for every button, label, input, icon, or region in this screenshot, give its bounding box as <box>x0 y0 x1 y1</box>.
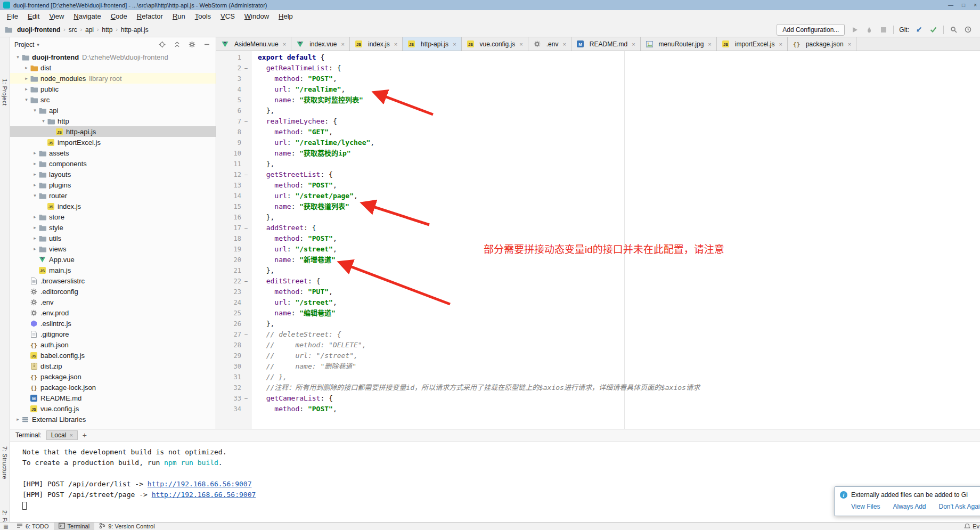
notification-action-always-add[interactable]: Always Add <box>893 503 926 510</box>
menu-run[interactable]: Run <box>168 12 190 20</box>
breadcrumb-src[interactable]: src <box>69 26 77 34</box>
code-line[interactable]: method: "POST", <box>258 180 980 191</box>
code-line[interactable]: name: "编辑巷道" <box>258 308 980 319</box>
tree-item-layouts[interactable]: ▸layouts <box>10 169 216 180</box>
code-line[interactable]: // method: "DELETE", <box>258 340 980 350</box>
maximize-button[interactable]: □ <box>962 2 965 8</box>
code-line[interactable]: method: "POST", <box>258 404 980 414</box>
code-line[interactable]: url: "/realTime", <box>258 84 980 95</box>
tab-close-icon[interactable]: × <box>779 41 782 47</box>
hide-panel-icon[interactable] <box>202 40 211 49</box>
tab-close-icon[interactable]: × <box>562 41 566 47</box>
code-line[interactable]: name: "获取巷道列表" <box>258 201 980 212</box>
code-line[interactable]: url: "/street", <box>258 297 980 308</box>
tab-env[interactable]: .env× <box>528 37 571 51</box>
expand-arrow-icon[interactable]: ▸ <box>31 161 38 166</box>
fold-minus-icon[interactable]: − <box>241 331 251 338</box>
collapse-all-icon[interactable] <box>173 40 182 49</box>
stop-icon[interactable] <box>879 25 888 34</box>
tree-item-dist-zip[interactable]: dist.zip <box>10 361 216 371</box>
fold-minus-icon[interactable]: − <box>241 65 251 72</box>
expand-arrow-icon[interactable]: ▸ <box>31 235 38 241</box>
tab-index-js[interactable]: JSindex.js× <box>350 37 403 51</box>
expand-arrow-icon[interactable]: ▸ <box>14 417 21 422</box>
code-line[interactable]: }, <box>258 105 980 116</box>
tree-item-eslintrc-js[interactable]: .eslintrc.js <box>10 318 216 329</box>
tab-close-icon[interactable]: × <box>341 41 345 47</box>
terminal-link[interactable]: http://192.168.66.56:9007 <box>152 491 256 499</box>
tree-item-env-prod[interactable]: .env.prod <box>10 307 216 318</box>
tree-item-main-js[interactable]: JSmain.js <box>10 265 216 275</box>
locate-icon[interactable] <box>158 40 167 49</box>
tree-item-src[interactable]: ▾src <box>10 94 216 105</box>
tab-asidemenu-vue[interactable]: AsideMenu.vue× <box>216 37 291 51</box>
code-line[interactable]: name: "新增巷道" <box>258 255 980 265</box>
fold-minus-icon[interactable]: − <box>241 118 251 125</box>
debug-icon[interactable] <box>864 25 873 34</box>
minimize-button[interactable]: — <box>948 2 953 8</box>
menu-tools[interactable]: Tools <box>190 12 216 20</box>
collapse-arrow-icon[interactable]: ▾ <box>31 193 38 198</box>
tab-http-api-js[interactable]: JShttp-api.js× <box>403 37 461 51</box>
tree-item-auth-json[interactable]: {}auth.json <box>10 339 216 350</box>
expand-arrow-icon[interactable]: ▸ <box>23 86 30 92</box>
collapse-arrow-icon[interactable]: ▾ <box>14 54 21 60</box>
tree-item-public[interactable]: ▸public <box>10 84 216 94</box>
new-terminal-button[interactable]: + <box>83 431 87 439</box>
code-line[interactable]: method: "PUT", <box>258 287 980 297</box>
tab-readme-md[interactable]: MREADME.md× <box>571 37 641 51</box>
tree-item-views[interactable]: ▸views <box>10 243 216 254</box>
tool-stripe-structure[interactable]: 7: Structure <box>2 446 8 479</box>
run-icon[interactable] <box>850 25 859 34</box>
clock-icon[interactable] <box>963 25 973 34</box>
tree-item-package-lock-json[interactable]: {}package-lock.json <box>10 382 216 393</box>
tree-item-router[interactable]: ▾router <box>10 190 216 201</box>
tree-item-utils[interactable]: ▸utils <box>10 233 216 243</box>
code-line[interactable]: editStreet: { <box>258 276 980 287</box>
code-line[interactable]: method: "POST", <box>258 74 980 84</box>
fold-minus-icon[interactable]: − <box>241 395 251 402</box>
tree-item-external-libraries[interactable]: ▸External Libraries <box>10 414 216 425</box>
tab-close-icon[interactable]: × <box>519 41 522 47</box>
tab-package-json[interactable]: {}package.json× <box>788 37 856 51</box>
tree-item-package-json[interactable]: {}package.json <box>10 371 216 382</box>
expand-arrow-icon[interactable]: ▸ <box>23 65 30 70</box>
tree-item-babel-config-js[interactable]: JSbabel.config.js <box>10 350 216 361</box>
tab-close-icon[interactable]: × <box>708 41 711 47</box>
code-line[interactable]: // }, <box>258 372 980 382</box>
gear-icon[interactable] <box>187 40 197 49</box>
tree-item-app-vue[interactable]: App.vue <box>10 254 216 265</box>
code-line[interactable]: // name: "删除巷道" <box>258 361 980 372</box>
tree-item-browserslistrc[interactable]: .browserslistrc <box>10 275 216 286</box>
project-panel-title[interactable]: Project <box>14 41 34 48</box>
code-line[interactable]: realTimeLychee: { <box>258 116 980 127</box>
menu-vcs[interactable]: VCS <box>216 12 240 20</box>
tree-item-store[interactable]: ▸store <box>10 211 216 222</box>
tab-menurouter-jpg[interactable]: menuRouter.jpg× <box>641 37 717 51</box>
code-line[interactable]: url: "/street/page", <box>258 191 980 201</box>
tree-item-http-api-js[interactable]: JShttp-api.js <box>10 126 216 137</box>
code-line[interactable]: export default { <box>258 52 980 63</box>
search-icon[interactable] <box>949 25 958 34</box>
tab-vue-config-js[interactable]: JSvue.config.js× <box>462 37 528 51</box>
code-line[interactable]: getStreetList: { <box>258 169 980 180</box>
code-line[interactable]: //注释：所有用到删除的接口都需要拼接变量id，所以请求方式采用了挂载在原型链上… <box>258 382 980 393</box>
collapse-arrow-icon[interactable]: ▾ <box>23 97 30 102</box>
fold-minus-icon[interactable]: − <box>241 225 251 232</box>
code-area[interactable]: export default { getRealTimeList: { meth… <box>251 51 980 429</box>
notification-action-view-files[interactable]: View Files <box>851 503 880 510</box>
expand-arrow-icon[interactable]: ▸ <box>23 76 30 81</box>
tree-item-dist[interactable]: ▸dist <box>10 62 216 73</box>
breadcrumb-http[interactable]: http <box>102 26 112 34</box>
breadcrumb-api[interactable]: api <box>85 26 94 34</box>
tree-item-style[interactable]: ▸style <box>10 222 216 233</box>
breadcrumb-http-api-js[interactable]: http-api.js <box>121 26 149 34</box>
code-line[interactable]: name: "获取荔枝的ip" <box>258 148 980 159</box>
close-button[interactable]: × <box>974 2 977 8</box>
code-line[interactable]: }, <box>258 159 980 169</box>
tree-item-vue-config-js[interactable]: JSvue.config.js <box>10 403 216 414</box>
code-line[interactable]: url: "/realTime/lychee", <box>258 137 980 148</box>
tab-close-icon[interactable]: × <box>283 41 286 47</box>
code-line[interactable]: method: "GET", <box>258 127 980 137</box>
tree-item-node-modules[interactable]: ▸node_modules library root <box>10 73 216 84</box>
